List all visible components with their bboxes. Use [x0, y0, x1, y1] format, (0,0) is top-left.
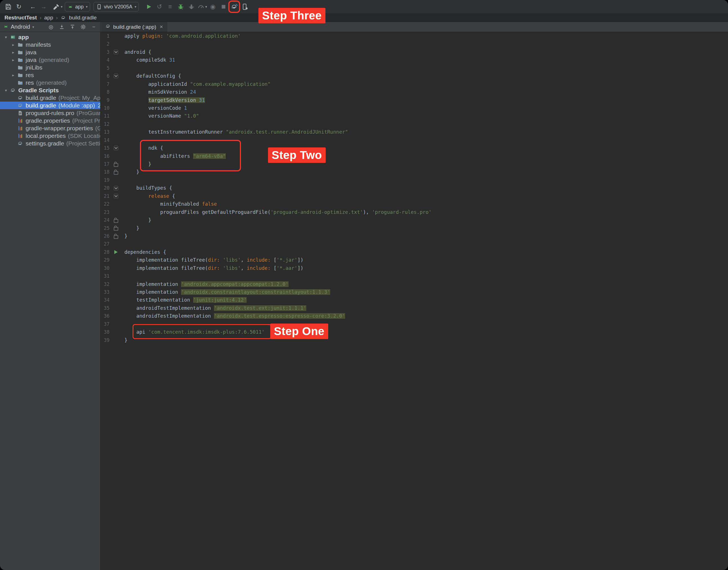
collapse-all-icon[interactable] [58, 23, 65, 31]
code-line-21[interactable]: 21 release { [101, 192, 728, 200]
forward-icon[interactable]: → [39, 2, 48, 12]
line-number[interactable]: 11 [101, 112, 110, 120]
close-icon[interactable]: × [160, 24, 163, 30]
code-line-29[interactable]: 29 implementation fileTree(dir: 'libs', … [101, 256, 728, 264]
code-line-13[interactable]: 13 testInstrumentationRunner "androidx.t… [101, 128, 728, 136]
line-number[interactable]: 3 [101, 48, 110, 56]
tree-item-proguard-rules-pro[interactable]: proguard-rules.pro(ProGuard Ru [0, 109, 100, 117]
code-line-31[interactable]: 31 [101, 272, 728, 280]
code-line-32[interactable]: 32 implementation 'androidx.appcompat:ap… [101, 280, 728, 288]
line-number[interactable]: 17 [101, 160, 110, 168]
code-line-34[interactable]: 34 testImplementation 'junit:junit:4.12' [101, 296, 728, 304]
device-manager-icon[interactable] [240, 2, 250, 12]
code-line-15[interactable]: 15 ndk { [101, 144, 728, 152]
debug-icon[interactable] [176, 2, 186, 12]
line-number[interactable]: 28 [101, 248, 110, 256]
line-number[interactable]: 30 [101, 264, 110, 272]
code-editor[interactable]: 1apply plugin: 'com.android.application'… [101, 32, 728, 570]
code-line-25[interactable]: 25 } [101, 224, 728, 232]
fold-end-icon[interactable] [110, 168, 123, 176]
settings-icon[interactable] [79, 23, 87, 31]
code-line-33[interactable]: 33 implementation 'androidx.constraintla… [101, 288, 728, 296]
code-line-23[interactable]: 23 proguardFiles getDefaultProguardFile(… [101, 208, 728, 216]
code-line-38[interactable]: 38 api 'com.tencent.imsdk:imsdk-plus:7.6… [101, 328, 728, 336]
tree-item-jnilibs[interactable]: jniLibs [0, 64, 100, 71]
line-number[interactable]: 6 [101, 72, 110, 80]
fold-end-icon[interactable] [110, 232, 123, 240]
code-line-9[interactable]: 9 targetSdkVersion 31 [101, 96, 728, 104]
code-line-19[interactable]: 19 [101, 176, 728, 184]
line-number[interactable]: 21 [101, 192, 110, 200]
code-line-36[interactable]: 36 androidTestImplementation 'androidx.t… [101, 312, 728, 320]
line-number[interactable]: 34 [101, 296, 110, 304]
capture-icon[interactable]: ◉ [208, 2, 218, 12]
line-number[interactable]: 15 [101, 144, 110, 152]
line-number[interactable]: 18 [101, 168, 110, 176]
tree-item-build-gradle[interactable]: build.gradle(Project: My_Applica [0, 94, 100, 101]
line-number[interactable]: 12 [101, 120, 110, 128]
line-number[interactable]: 16 [101, 152, 110, 160]
code-line-1[interactable]: 1apply plugin: 'com.android.application' [101, 32, 728, 40]
line-number[interactable]: 13 [101, 128, 110, 136]
code-line-20[interactable]: 20 buildTypes { [101, 184, 728, 192]
chevron-right-icon[interactable]: ▸ [10, 58, 17, 62]
code-line-26[interactable]: 26} [101, 232, 728, 240]
code-line-12[interactable]: 12 [101, 120, 728, 128]
line-number[interactable]: 22 [101, 200, 110, 208]
build-hammer-icon[interactable]: ▾ [53, 2, 62, 12]
fold-end-icon[interactable] [110, 216, 123, 224]
run-icon[interactable] [144, 2, 153, 12]
back-icon[interactable]: ← [28, 2, 38, 12]
code-line-10[interactable]: 10 versionCode 1 [101, 104, 728, 112]
line-number[interactable]: 35 [101, 304, 110, 312]
code-line-4[interactable]: 4 compileSdk 31 [101, 56, 728, 64]
line-number[interactable]: 26 [101, 232, 110, 240]
fold-icon[interactable] [110, 48, 123, 56]
tab-build-gradle[interactable]: build.gradle (:app) × [101, 22, 167, 32]
line-number[interactable]: 23 [101, 208, 110, 216]
tree-item-local-properties[interactable]: local.properties(SDK Location)2 [0, 132, 100, 139]
breadcrumb-item[interactable]: app [44, 15, 53, 21]
line-number[interactable]: 36 [101, 312, 110, 320]
line-number[interactable]: 24 [101, 216, 110, 224]
line-number[interactable]: 37 [101, 320, 110, 328]
line-number[interactable]: 33 [101, 288, 110, 296]
code-line-11[interactable]: 11 versionName "1.0" [101, 112, 728, 120]
profiler-icon[interactable]: ▾ [197, 2, 207, 12]
tree-item-java[interactable]: ▸java(generated) [0, 56, 100, 64]
code-line-17[interactable]: 17 } [101, 160, 728, 168]
sync-icon[interactable]: ↻ [14, 2, 24, 12]
run-gutter-icon[interactable] [110, 248, 123, 256]
stop-icon[interactable] [219, 2, 228, 12]
chevron-down-icon[interactable]: ▾ [2, 35, 10, 39]
tree-item-gradle-scripts[interactable]: ▾Gradle Scripts [0, 86, 100, 94]
code-line-5[interactable]: 5 [101, 64, 728, 72]
apply-code-changes-icon[interactable]: ≡ [165, 2, 175, 12]
code-line-2[interactable]: 2 [101, 40, 728, 48]
line-number[interactable]: 1 [101, 32, 110, 40]
fold-icon[interactable] [110, 192, 123, 200]
code-line-24[interactable]: 24 } [101, 216, 728, 224]
module-selector[interactable]: app▾ [65, 2, 90, 12]
code-line-16[interactable]: 16 abiFilters "arm64-v8a" [101, 152, 728, 160]
chevron-right-icon[interactable]: ▸ [10, 73, 17, 77]
breadcrumb-item[interactable]: build.gradle [69, 15, 97, 21]
tree-item-res[interactable]: res(generated) [0, 79, 100, 86]
chevron-down-icon[interactable]: ▾ [2, 88, 10, 92]
chevron-down-icon[interactable]: ▾ [32, 25, 34, 29]
fold-end-icon[interactable] [110, 160, 123, 168]
tree-item-app[interactable]: ▾app [0, 33, 100, 41]
expand-all-icon[interactable] [69, 23, 76, 31]
apply-changes-icon[interactable]: ↺ [155, 2, 164, 12]
fold-end-icon[interactable] [110, 224, 123, 232]
line-number[interactable]: 32 [101, 280, 110, 288]
code-line-35[interactable]: 35 androidTestImplementation 'androidx.t… [101, 304, 728, 312]
line-number[interactable]: 5 [101, 64, 110, 72]
breadcrumb-item[interactable]: RestructTest [4, 15, 37, 21]
code-line-27[interactable]: 27 [101, 240, 728, 248]
hide-panel-icon[interactable]: − [90, 23, 98, 31]
tree-item-gradle-wrapper-properties[interactable]: gradle-wrapper.properties(Gradl [0, 124, 100, 132]
code-line-30[interactable]: 30 implementation fileTree(dir: 'libs', … [101, 264, 728, 272]
line-number[interactable]: 29 [101, 256, 110, 264]
code-line-18[interactable]: 18 } [101, 168, 728, 176]
